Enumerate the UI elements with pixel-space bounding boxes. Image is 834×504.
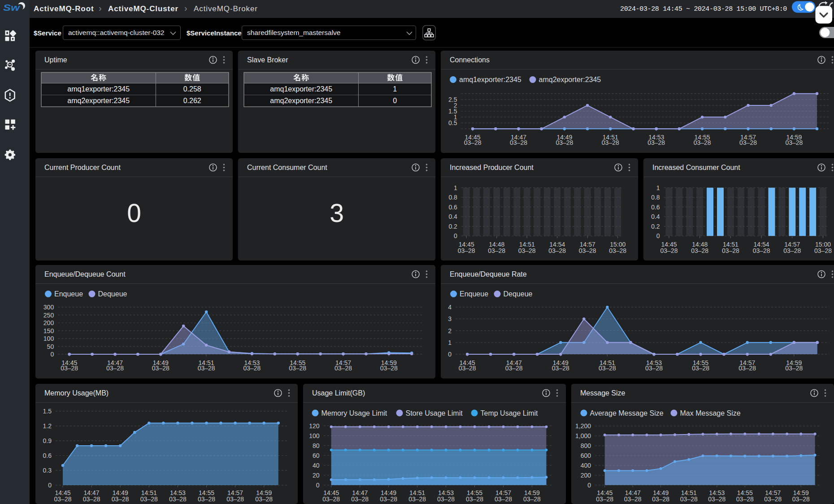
svg-text:03–28: 03–28 [764,495,782,503]
svg-text:800: 800 [581,442,591,449]
svg-text:0.6: 0.6 [43,452,52,459]
svg-text:Enqueue: Enqueue [54,290,83,298]
svg-text:1: 1 [393,85,397,93]
svg-text:03–28: 03–28 [518,247,536,254]
svg-text:0: 0 [656,232,660,239]
svg-text:03–28: 03–28 [458,247,475,254]
svg-text:03–28: 03–28 [437,495,455,503]
svg-text:03–28: 03–28 [785,365,803,372]
svg-text:03–28: 03–28 [351,495,369,503]
svg-text:03–28: 03–28 [255,495,273,503]
svg-text:2.5: 2.5 [448,96,457,103]
svg-text:03–28: 03–28 [609,247,626,254]
svg-text:1: 1 [656,184,660,191]
svg-text:Max Message Size: Max Message Size [680,409,741,417]
svg-text:40: 40 [313,462,320,469]
svg-text:amq2exporter:2345: amq2exporter:2345 [67,97,130,104]
svg-text:03–28: 03–28 [380,495,397,503]
svg-text:0.4: 0.4 [448,213,457,220]
svg-text:03–28: 03–28 [785,139,803,146]
svg-text:150: 150 [43,327,54,335]
svg-text:03–28: 03–28 [596,495,613,503]
svg-text:Dequeue: Dequeue [98,290,127,298]
svg-text:03–28: 03–28 [739,139,757,146]
svg-text:03–28: 03–28 [624,495,642,503]
svg-text:03–28: 03–28 [198,365,215,372]
svg-text:amq1exporter:2345: amq1exporter:2345 [67,85,130,93]
svg-text:Dequeue: Dequeue [504,290,533,298]
svg-text:0.8: 0.8 [448,194,457,201]
svg-text:03–28: 03–28 [680,495,698,503]
svg-text:0.262: 0.262 [183,97,201,104]
svg-text:03–28: 03–28 [692,365,709,372]
svg-text:03–28: 03–28 [106,365,124,372]
svg-text:0: 0 [48,482,52,489]
svg-text:600: 600 [581,452,591,459]
svg-text:03–28: 03–28 [459,365,476,372]
svg-text:03–28: 03–28 [83,495,100,503]
svg-text:03–28: 03–28 [738,365,756,372]
svg-text:60: 60 [313,452,320,459]
svg-text:Temp Usage Limit: Temp Usage Limit [481,409,539,417]
svg-text:03–28: 03–28 [61,365,78,372]
svg-text:03–28: 03–28 [523,495,541,503]
svg-text:03–28: 03–28 [169,495,187,503]
svg-text:0.2: 0.2 [651,223,660,230]
svg-text:200: 200 [581,472,591,479]
svg-text:03–28: 03–28 [198,495,215,503]
svg-text:0: 0 [50,351,54,358]
svg-text:03–28: 03–28 [647,139,665,146]
svg-text:0: 0 [393,97,397,104]
svg-text:400: 400 [581,462,591,469]
svg-text:Store Usage Limit: Store Usage Limit [406,409,463,417]
svg-text:120: 120 [309,422,320,430]
svg-text:80: 80 [313,442,320,449]
svg-text:0.9: 0.9 [43,437,52,444]
svg-text:03–28: 03–28 [694,139,711,146]
svg-text:1: 1 [454,184,457,191]
svg-text:3: 3 [448,315,452,322]
svg-text:50: 50 [47,343,54,350]
svg-text:03–28: 03–28 [548,247,566,254]
svg-text:03–28: 03–28 [466,495,483,503]
svg-text:03–28: 03–28 [464,139,482,146]
svg-text:0.4: 0.4 [651,213,660,220]
svg-text:0: 0 [587,482,591,489]
svg-text:1,000: 1,000 [575,432,591,439]
svg-text:2: 2 [448,327,452,335]
svg-text:03–28: 03–28 [289,365,306,372]
svg-text:03–28: 03–28 [152,365,169,372]
svg-text:Memory Usage Limit: Memory Usage Limit [321,409,387,417]
svg-text:Average Message Size: Average Message Size [590,409,664,417]
svg-text:0.6: 0.6 [651,204,660,211]
svg-text:03–28: 03–28 [652,495,669,503]
svg-text:0.2: 0.2 [448,223,457,230]
svg-text:03–28: 03–28 [112,495,129,503]
svg-text:03–28: 03–28 [753,247,770,254]
svg-text:Enqueue: Enqueue [460,290,488,298]
svg-text:03–28: 03–28 [505,365,523,372]
svg-text:100: 100 [309,432,320,439]
svg-text:03–28: 03–28 [140,495,158,503]
svg-text:0.8: 0.8 [651,194,660,201]
svg-text:0.3: 0.3 [43,467,52,474]
svg-text:0: 0 [448,351,452,358]
svg-text:03–28: 03–28 [243,365,261,372]
svg-text:03–28: 03–28 [708,495,725,503]
svg-text:03–28: 03–28 [552,365,569,372]
svg-text:amq2exporter:2345: amq2exporter:2345 [539,76,601,83]
svg-text:03–28: 03–28 [380,365,398,372]
svg-text:03–28: 03–28 [691,247,708,254]
svg-text:1.2: 1.2 [43,422,52,430]
svg-text:4: 4 [448,304,452,311]
svg-text:03–28: 03–28 [783,247,801,254]
svg-text:amq2exporter:2345: amq2exporter:2345 [270,97,332,104]
svg-text:03–28: 03–28 [322,495,340,503]
svg-text:03–28: 03–28 [495,495,512,503]
svg-text:03–28: 03–28 [579,247,596,254]
svg-text:0.6: 0.6 [448,204,457,211]
svg-text:20: 20 [313,472,320,479]
svg-text:03–28: 03–28 [54,495,72,503]
svg-text:amq1exporter:2345: amq1exporter:2345 [459,76,521,83]
svg-text:250: 250 [43,312,54,319]
